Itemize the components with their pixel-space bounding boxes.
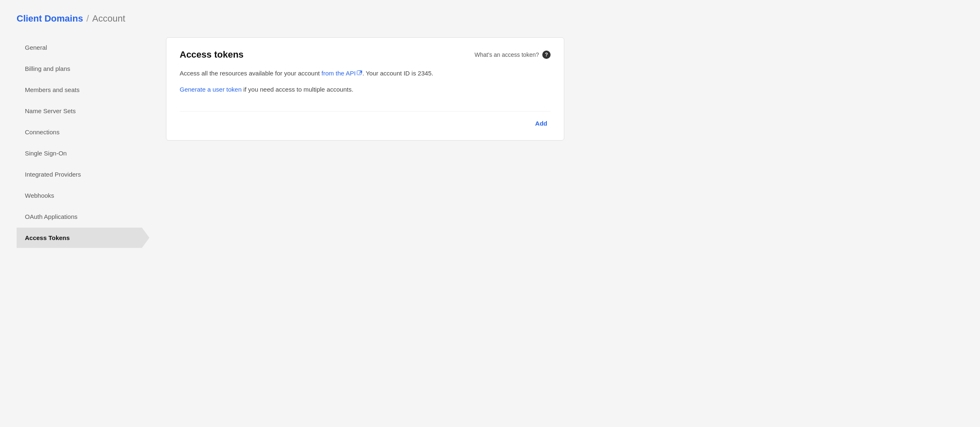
page-wrapper: Client Domains / Account General Billing… [0, 0, 980, 427]
sidebar-item-tokens[interactable]: Access Tokens [17, 228, 149, 248]
main-content: Access tokens What's an access token? ? … [166, 37, 963, 141]
content-layout: General Billing and plans Members and se… [17, 37, 963, 249]
secondary-text-suffix: if you need access to multiple accounts. [241, 86, 353, 93]
sidebar-item-integrated[interactable]: Integrated Providers [17, 164, 149, 184]
access-tokens-card: Access tokens What's an access token? ? … [166, 37, 564, 141]
sidebar-item-nameserver[interactable]: Name Server Sets [17, 101, 149, 121]
breadcrumb-separator: / [86, 13, 89, 24]
sidebar-item-integrated-label: Integrated Providers [25, 171, 81, 178]
svg-rect-0 [357, 71, 361, 75]
sidebar-item-webhooks[interactable]: Webhooks [17, 185, 149, 206]
breadcrumb-app-link[interactable]: Client Domains [17, 13, 83, 24]
sidebar-item-sso-label: Single Sign-On [25, 150, 67, 157]
api-link[interactable]: from the API [322, 70, 356, 77]
sidebar-item-billing[interactable]: Billing and plans [17, 58, 149, 79]
add-token-button[interactable]: Add [532, 118, 551, 129]
sidebar-item-oauth[interactable]: OAuth Applications [17, 206, 149, 227]
sidebar-item-tokens-label: Access Tokens [25, 234, 70, 241]
sidebar-item-nameserver-label: Name Server Sets [25, 107, 76, 114]
sidebar-item-sso[interactable]: Single Sign-On [17, 143, 149, 163]
description-suffix: . Your account ID is 2345. [362, 70, 433, 77]
breadcrumb-current-page: Account [92, 13, 125, 24]
sidebar-item-connections[interactable]: Connections [17, 122, 149, 142]
card-description: Access all the resources available for y… [180, 68, 551, 79]
sidebar-item-general-label: General [25, 44, 47, 51]
card-header: Access tokens What's an access token? ? [180, 49, 551, 60]
breadcrumb: Client Domains / Account [17, 13, 963, 24]
card-secondary: Generate a user token if you need access… [180, 85, 551, 95]
card-footer: Add [180, 111, 551, 129]
sidebar-nav: General Billing and plans Members and se… [17, 37, 149, 249]
description-prefix: Access all the resources available for y… [180, 70, 322, 77]
external-link-icon [357, 69, 362, 79]
generate-token-link[interactable]: Generate a user token [180, 86, 241, 93]
sidebar-item-billing-label: Billing and plans [25, 65, 70, 72]
sidebar-item-oauth-label: OAuth Applications [25, 213, 78, 220]
sidebar-item-connections-label: Connections [25, 129, 59, 136]
sidebar-item-general[interactable]: General [17, 37, 149, 58]
sidebar-item-members[interactable]: Members and seats [17, 80, 149, 100]
help-icon[interactable]: ? [542, 51, 551, 59]
card-help-label: What's an access token? [475, 51, 539, 58]
sidebar-item-members-label: Members and seats [25, 86, 80, 93]
card-title: Access tokens [180, 49, 244, 60]
sidebar-item-webhooks-label: Webhooks [25, 192, 54, 199]
card-help-section: What's an access token? ? [475, 51, 551, 59]
